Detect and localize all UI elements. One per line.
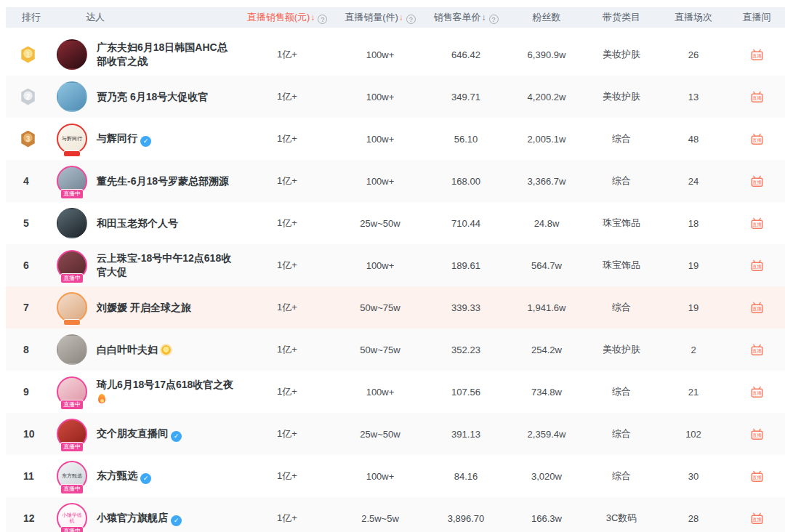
live-room-icon[interactable]: 直播 [751,302,763,313]
help-icon[interactable]: ? [489,15,499,24]
avatar-image[interactable]: 与辉同行 [57,124,87,154]
table-row[interactable]: 6 直播中 云上珠宝-18号中午12点618收官大促 1亿+ 100w+ 189… [6,244,785,286]
live-room-cell: 直播 [728,512,785,525]
avatar-image[interactable] [57,39,87,70]
influencer-name[interactable]: 东方甄选 [97,469,137,481]
column-header-price[interactable]: 销售客单价↓? [423,11,509,25]
table-row[interactable]: 1 广东夫妇6月18日韩国AHC总部收官之战 1亿+ 100w+ 646.42 … [6,33,785,76]
live-badge: 直播中 [60,484,84,494]
influencer-name[interactable]: 刘媛媛 开启全球之旅 [97,302,191,313]
table-row[interactable]: 12 小猿学练机 直播中 小猿官方旗舰店✓ 1亿+ 2.5w~5w 3,896.… [6,497,785,532]
sales-volume: 100w+ [337,260,423,271]
sales-volume: 100w+ [337,471,423,482]
column-header-sales[interactable]: 直播销售额(元)↓? [237,11,337,25]
verified-icon: ✓ [140,136,151,147]
avatar[interactable] [57,208,87,238]
influencer-name[interactable]: 贾乃亮 6月18号大促收官 [97,91,208,102]
avatar[interactable]: 与辉同行 [57,124,87,154]
avatar[interactable] [57,292,87,323]
table-row[interactable]: 8 白白叶叶夫妇 1亿+ 50w~75w 352.23 254.2w 美妆护肤 … [6,329,785,371]
avatar-image[interactable] [57,208,87,238]
influencer-name[interactable]: 与辉同行 [97,132,137,144]
live-room-icon[interactable]: 直播 [751,428,763,440]
rank-cell: 10 [6,428,57,440]
avatar[interactable]: 直播中 [57,250,87,281]
live-room-icon[interactable]: 直播 [751,133,763,145]
help-icon[interactable]: ? [406,15,416,24]
live-room-icon[interactable]: 直播 [751,49,763,60]
avatar[interactable]: 直播中 [57,376,87,407]
influencer-name[interactable]: 云上珠宝-18号中午12点618收官大促 [97,252,231,278]
fans-count: 3,020w [509,471,584,482]
fans-count: 254.2w [509,344,584,355]
influencer-cell: 白白叶叶夫妇 [57,334,237,365]
avatar[interactable]: 东方甄选 直播中 [57,461,87,491]
svg-text:直播: 直播 [752,475,762,480]
sort-desc-icon[interactable]: ↓ [310,12,315,23]
svg-text:直播: 直播 [752,95,762,101]
live-room-icon[interactable]: 直播 [751,470,763,482]
sales-amount: 1亿+ [237,427,337,440]
category: 3C数码 [584,512,659,525]
avatar[interactable]: 小猿学练机 直播中 [57,503,87,532]
table-row[interactable]: 5 和田玉老郑个人号 1亿+ 25w~50w 710.44 24.8w 珠宝饰品… [6,202,785,244]
svg-text:直播: 直播 [752,180,762,185]
rank-cell: 2 [6,89,57,105]
live-room-cell: 直播 [728,344,785,356]
live-room-icon[interactable]: 直播 [751,259,763,271]
live-room-icon[interactable]: 直播 [751,344,763,355]
column-header-fans: 粉丝数 [509,11,584,24]
svg-text:直播: 直播 [752,517,762,523]
live-room-icon[interactable]: 直播 [751,512,763,524]
live-room-icon[interactable]: 直播 [751,217,763,229]
sessions-count: 18 [659,218,728,229]
avatar[interactable] [57,39,87,70]
table-row[interactable]: 2 贾乃亮 6月18号大促收官 1亿+ 100w+ 349.71 4,200.2… [6,76,785,118]
column-header-volume[interactable]: 直播销量(件)↓? [337,11,423,25]
live-room-cell: 直播 [728,133,785,145]
sessions-count: 2 [659,344,728,355]
rank-cell: 12 [6,512,57,524]
avatar[interactable]: 直播中 [57,419,87,449]
influencer-cell: 与辉同行 与辉同行✓ [57,124,237,154]
svg-text:直播: 直播 [752,432,762,438]
sales-volume: 50w~75w [337,302,423,313]
sort-desc-icon[interactable]: ↓ [399,12,403,23]
table-row[interactable]: 9 直播中 琦儿6月18号17点618收官之夜 1亿+ 100w+ 107.56… [6,371,785,413]
live-room-icon[interactable]: 直播 [751,91,763,102]
avatar[interactable] [57,334,87,365]
fans-count: 2,359.4w [509,429,584,440]
live-room-icon[interactable]: 直播 [751,175,763,187]
sort-desc-icon[interactable]: ↓ [482,12,486,23]
fans-count: 6,390.9w [509,49,584,60]
avatar[interactable] [57,81,87,112]
influencer-name[interactable]: 交个朋友直播间 [97,427,168,439]
influencer-name[interactable]: 小猿官方旗舰店 [97,512,168,523]
influencer-name[interactable]: 琦儿6月18号17点618收官之夜 [97,379,233,390]
column-header-rank: 排行 [6,11,57,24]
avatar[interactable]: 直播中 [57,166,87,196]
avatar-image[interactable] [57,81,87,112]
svg-text:直播: 直播 [752,306,762,312]
avatar-image[interactable] [57,334,87,365]
table-row[interactable]: 11 东方甄选 直播中 东方甄选✓ 1亿+ 100w+ 84.16 3,020w… [6,455,785,497]
influencer-name[interactable]: 白白叶叶夫妇 [97,344,158,355]
sales-volume: 100w+ [337,176,423,187]
avatar-image[interactable] [57,292,87,323]
table-row[interactable]: 3 与辉同行 与辉同行✓ 1亿+ 100w+ 56.10 2,005.1w 综合… [6,118,785,160]
live-badge: 直播中 [60,400,84,410]
table-row[interactable]: 7 刘媛媛 开启全球之旅 1亿+ 50w~75w 339.33 1,941.6w… [6,286,785,329]
help-icon[interactable]: ? [318,15,327,24]
influencer-name[interactable]: 广东夫妇6月18日韩国AHC总部收官之战 [97,41,228,67]
influencer-name[interactable]: 董先生-6月18号罗蒙总部溯源 [97,175,229,187]
sales-amount: 1亿+ [237,259,337,272]
live-room-icon[interactable]: 直播 [751,386,763,398]
creator-sales-ranking-table: 排行 达人 直播销售额(元)↓? 直播销量(件)↓? 销售客单价↓? 粉丝数 带… [6,7,785,532]
live-room-cell: 直播 [728,302,785,314]
table-row[interactable]: 4 直播中 董先生-6月18号罗蒙总部溯源 1亿+ 100w+ 168.00 3… [6,160,785,202]
influencer-name[interactable]: 和田玉老郑个人号 [97,217,178,229]
rank-cell: 6 [6,259,57,271]
table-row[interactable]: 10 直播中 交个朋友直播间✓ 1亿+ 25w~50w 391.13 2,359… [6,413,785,455]
influencer-cell: 直播中 董先生-6月18号罗蒙总部溯源 [57,166,237,196]
verified-icon: ✓ [171,431,182,442]
